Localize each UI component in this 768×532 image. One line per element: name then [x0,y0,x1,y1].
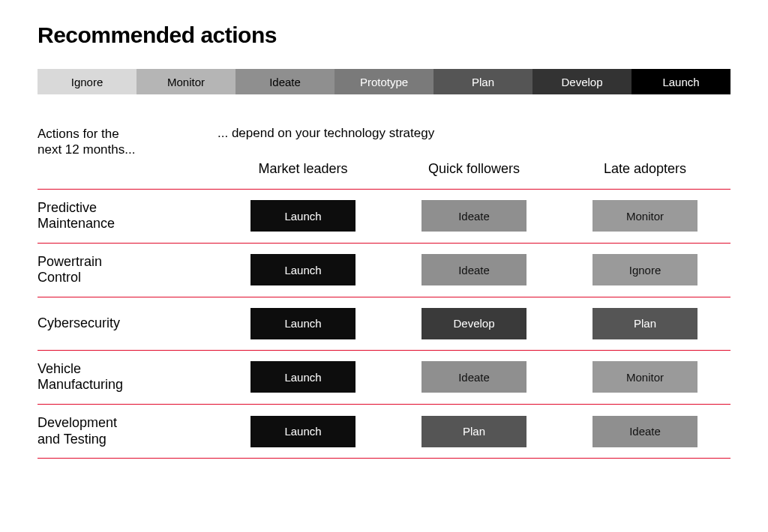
scale-step-launch: Launch [632,69,730,94]
actions-label-line1: Actions for the [38,127,119,141]
action-matrix: Predictive Maintenance Launch Ideate Mon… [38,189,730,459]
action-pill: Plan [592,308,698,339]
page-title: Recommended actions [38,22,730,48]
action-pill: Plan [422,416,526,447]
action-pill: Ideate [422,361,526,393]
action-pill: Ideate [422,254,526,285]
action-pill: Ignore [592,254,698,285]
table-row: Development and Testing Launch Plan Idea… [38,404,730,459]
scale-step-prototype: Prototype [334,69,434,94]
row-label-cybersecurity: Cybersecurity [38,315,218,332]
action-pill: Develop [422,308,526,339]
action-pill: Ideate [592,416,698,447]
scale-step-plan: Plan [434,69,532,94]
row-label-predictive-maintenance: Predictive Maintenance [38,200,218,232]
row-label-vehicle-manufacturing: Vehicle Manufacturing [38,361,218,393]
action-pill: Launch [250,308,356,339]
table-row: Predictive Maintenance Launch Ideate Mon… [38,189,730,243]
scale-step-ideate: Ideate [236,69,334,94]
actions-timeframe-label: Actions for the next 12 months... [38,126,218,158]
action-pill: Launch [250,254,356,285]
action-pill: Launch [250,200,356,232]
action-pill: Monitor [592,200,698,232]
scale-step-develop: Develop [532,69,632,94]
row-label-powertrain-control: Powertrain Control [38,254,218,286]
col-late-adopters: Late adopters [560,158,730,184]
action-pill: Launch [250,361,356,393]
table-row: Powertrain Control Launch Ideate Ignore [38,243,730,297]
col-market-leaders: Market leaders [218,158,388,184]
col-quick-followers: Quick followers [388,158,560,184]
action-scale: Ignore Monitor Ideate Prototype Plan Dev… [38,69,730,94]
row-label-development-testing: Development and Testing [38,415,218,447]
strategy-label: ... depend on your technology strategy [218,126,730,141]
action-pill: Ideate [422,200,526,232]
action-pill: Launch [250,416,356,447]
table-row: Vehicle Manufacturing Launch Ideate Moni… [38,350,730,404]
actions-label-line2: next 12 months... [38,142,135,157]
table-row: Cybersecurity Launch Develop Plan [38,297,730,350]
scale-step-monitor: Monitor [136,69,236,94]
scale-step-ignore: Ignore [38,69,136,94]
column-headers: Actions for the next 12 months... ... de… [38,126,730,184]
action-pill: Monitor [592,361,698,393]
